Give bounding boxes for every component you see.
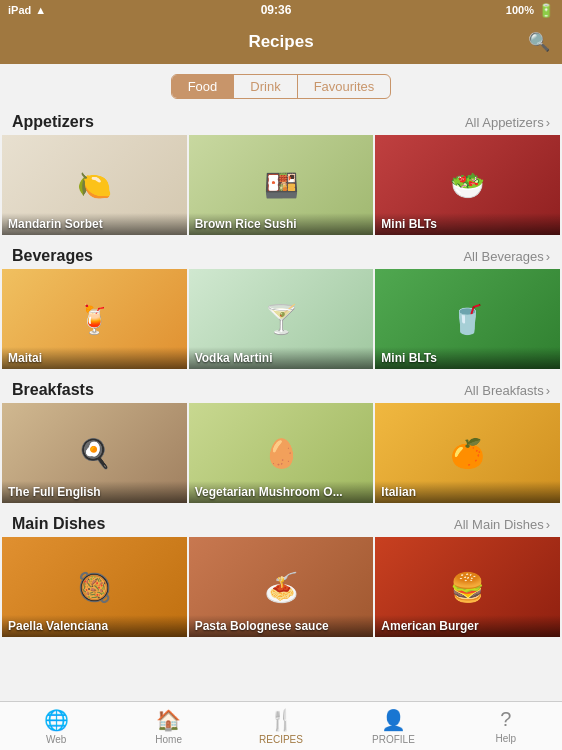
recipe-label-1-0: Maitai [2, 347, 187, 369]
recipe-label-2-1: Vegetarian Mushroom O... [189, 481, 374, 503]
section-title-main-dishes: Main Dishes [12, 515, 105, 533]
tab-icon-profile: 👤 [381, 708, 406, 732]
recipe-card-2-0[interactable]: 🍳The Full English [2, 403, 187, 503]
recipe-card-3-1[interactable]: 🍝Pasta Bolognese sauce [189, 537, 374, 637]
battery-icon: 🔋 [538, 3, 554, 18]
wifi-icon: ▲ [35, 4, 46, 16]
recipe-label-1-1: Vodka Martini [189, 347, 374, 369]
section-link-label: All Main Dishes [454, 517, 544, 532]
recipe-card-1-0[interactable]: 🍹Maitai [2, 269, 187, 369]
carrier-label: iPad [8, 4, 31, 16]
section-title-appetizers: Appetizers [12, 113, 94, 131]
section-main-dishes: Main DishesAll Main Dishes ›🥘Paella Vale… [0, 509, 562, 637]
section-title-beverages: Beverages [12, 247, 93, 265]
status-right: 100% 🔋 [506, 3, 554, 18]
section-title-breakfasts: Breakfasts [12, 381, 94, 399]
recipe-grid-breakfasts: 🍳The Full English🥚Vegetarian Mushroom O.… [0, 403, 562, 503]
recipe-label-2-0: The Full English [2, 481, 187, 503]
section-header-beverages: BeveragesAll Beverages › [0, 241, 562, 269]
recipe-label-0-1: Brown Rice Sushi [189, 213, 374, 235]
tab-item-help[interactable]: ?Help [450, 702, 562, 750]
tab-icon-home: 🏠 [156, 708, 181, 732]
recipe-label-0-0: Mandarin Sorbet [2, 213, 187, 235]
section-breakfasts: BreakfastsAll Breakfasts ›🍳The Full Engl… [0, 375, 562, 503]
recipe-card-0-2[interactable]: 🥗Mini BLTs [375, 135, 560, 235]
section-appetizers: AppetizersAll Appetizers ›🍋Mandarin Sorb… [0, 107, 562, 235]
segment-control: Food Drink Favourites [171, 74, 392, 99]
chevron-right-icon: › [546, 249, 550, 264]
recipe-card-2-2[interactable]: 🍊Italian [375, 403, 560, 503]
page-title: Recipes [248, 32, 313, 52]
recipe-card-3-0[interactable]: 🥘Paella Valenciana [2, 537, 187, 637]
section-link-label: All Beverages [463, 249, 543, 264]
section-link-main-dishes[interactable]: All Main Dishes › [454, 517, 550, 532]
recipe-grid-beverages: 🍹Maitai🍸Vodka Martini🥤Mini BLTs [0, 269, 562, 369]
segment-bar: Food Drink Favourites [0, 64, 562, 107]
section-link-beverages[interactable]: All Beverages › [463, 249, 550, 264]
recipe-card-0-0[interactable]: 🍋Mandarin Sorbet [2, 135, 187, 235]
tab-label-recipes: RECIPES [259, 734, 303, 745]
recipe-label-3-2: American Burger [375, 615, 560, 637]
tab-icon-recipes: 🍴 [269, 708, 294, 732]
chevron-right-icon: › [546, 115, 550, 130]
tab-label-home: Home [155, 734, 182, 745]
recipe-card-1-1[interactable]: 🍸Vodka Martini [189, 269, 374, 369]
recipe-card-3-2[interactable]: 🍔American Burger [375, 537, 560, 637]
search-icon[interactable]: 🔍 [528, 31, 550, 53]
tab-item-recipes[interactable]: 🍴RECIPES [225, 702, 337, 750]
section-link-breakfasts[interactable]: All Breakfasts › [464, 383, 550, 398]
section-link-label: All Appetizers [465, 115, 544, 130]
section-beverages: BeveragesAll Beverages ›🍹Maitai🍸Vodka Ma… [0, 241, 562, 369]
status-left: iPad ▲ [8, 4, 46, 16]
battery-label: 100% [506, 4, 534, 16]
recipe-label-3-0: Paella Valenciana [2, 615, 187, 637]
chevron-right-icon: › [546, 383, 550, 398]
chevron-right-icon: › [546, 517, 550, 532]
tab-label-help: Help [496, 733, 517, 744]
section-header-main-dishes: Main DishesAll Main Dishes › [0, 509, 562, 537]
segment-food[interactable]: Food [172, 75, 234, 98]
main-content: AppetizersAll Appetizers ›🍋Mandarin Sorb… [0, 107, 562, 702]
tab-bar: 🌐Web🏠Home🍴RECIPES👤PROFILE?Help [0, 701, 562, 750]
tab-item-web[interactable]: 🌐Web [0, 702, 112, 750]
recipe-card-1-2[interactable]: 🥤Mini BLTs [375, 269, 560, 369]
recipe-label-0-2: Mini BLTs [375, 213, 560, 235]
tab-item-home[interactable]: 🏠Home [112, 702, 224, 750]
status-bar: iPad ▲ 09:36 100% 🔋 [0, 0, 562, 20]
section-link-appetizers[interactable]: All Appetizers › [465, 115, 550, 130]
tab-item-profile[interactable]: 👤PROFILE [337, 702, 449, 750]
section-header-appetizers: AppetizersAll Appetizers › [0, 107, 562, 135]
recipe-label-3-1: Pasta Bolognese sauce [189, 615, 374, 637]
section-link-label: All Breakfasts [464, 383, 543, 398]
tab-icon-help: ? [500, 708, 511, 731]
section-header-breakfasts: BreakfastsAll Breakfasts › [0, 375, 562, 403]
recipe-card-0-1[interactable]: 🍱Brown Rice Sushi [189, 135, 374, 235]
tab-icon-web: 🌐 [44, 708, 69, 732]
recipe-label-2-2: Italian [375, 481, 560, 503]
recipe-label-1-2: Mini BLTs [375, 347, 560, 369]
header: Recipes 🔍 [0, 20, 562, 64]
segment-drink[interactable]: Drink [233, 75, 296, 98]
recipe-card-2-1[interactable]: 🥚Vegetarian Mushroom O... [189, 403, 374, 503]
tab-label-web: Web [46, 734, 66, 745]
recipe-grid-main-dishes: 🥘Paella Valenciana🍝Pasta Bolognese sauce… [0, 537, 562, 637]
tab-label-profile: PROFILE [372, 734, 415, 745]
status-time: 09:36 [261, 3, 292, 17]
segment-favourites[interactable]: Favourites [297, 75, 391, 98]
recipe-grid-appetizers: 🍋Mandarin Sorbet🍱Brown Rice Sushi🥗Mini B… [0, 135, 562, 235]
